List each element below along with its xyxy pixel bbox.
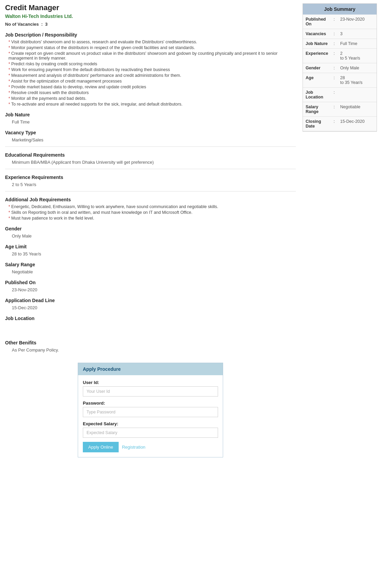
job-summary-box: Job Summary Published On:23-Nov-2020Vaca… — [303, 3, 377, 132]
user-id-group: User Id: — [83, 380, 218, 397]
list-item: Visit distributors' showroom and to asse… — [5, 40, 296, 44]
list-item: Resolve credit issues with the distribut… — [5, 90, 296, 95]
apply-procedure-body: User Id: Password: Expected Salary: Appl… — [78, 375, 223, 457]
summary-row-value: Only Male — [337, 63, 377, 73]
summary-row-colon: : — [331, 49, 337, 63]
gender-value: Only Male — [12, 233, 296, 239]
summary-row: Job Nature:Full Time — [303, 39, 377, 49]
apply-online-button[interactable]: Apply Online — [83, 442, 119, 452]
summary-row: Salary Range:Negotiable — [303, 102, 377, 117]
list-item: Monitor payment status of the distributo… — [5, 45, 296, 50]
summary-row: Age:28to 35 Year/s — [303, 73, 377, 88]
summary-row-label: Job Location — [303, 88, 331, 102]
summary-row: Job Location: — [303, 88, 377, 102]
summary-row-value: 2to 5 Year/s — [337, 49, 377, 63]
vacancy-type-title: Vacancy Type — [5, 130, 296, 135]
summary-row-label: Experience — [303, 49, 331, 63]
educational-req-value: Minimum BBA/MBA (Applicant from Dhaka Un… — [12, 160, 296, 165]
summary-row-colon: : — [331, 73, 337, 88]
main-content: Credit Manager Walton Hi-Tech Industries… — [5, 3, 296, 457]
password-label: Password: — [83, 401, 218, 406]
summary-row-label: Job Nature — [303, 39, 331, 49]
apply-procedure-box: Apply Procedure User Id: Password: Expec… — [78, 363, 223, 457]
summary-row-value: 3 — [337, 29, 377, 39]
list-item: Assist for the optimization of credit ma… — [5, 79, 296, 84]
published-on-value: 23-Nov-2020 — [12, 287, 296, 292]
list-item: Energetic, Dedicated, Enthusiasm, Willin… — [5, 204, 296, 209]
expected-salary-group: Expected Salary: — [83, 421, 218, 438]
salary-range-value: Negotiable — [12, 269, 296, 274]
summary-row: Published On:23-Nov-2020 — [303, 15, 377, 29]
vacancy-type-value: Marketing/Sales — [12, 137, 296, 142]
job-nature-title: Job Nature — [5, 112, 296, 117]
other-benefits-title: Other Benifits — [5, 340, 296, 345]
company-name: Walton Hi-Tech Industries Ltd. — [5, 14, 296, 19]
summary-row-colon: : — [331, 102, 337, 117]
summary-row-label: Published On — [303, 15, 331, 29]
list-item: Provide market based data to develop, re… — [5, 85, 296, 89]
job-description-title: Job Description / Responsibility — [5, 32, 296, 38]
job-location-title: Job Location — [5, 316, 296, 321]
summary-row-label: Age — [303, 73, 331, 88]
password-group: Password: — [83, 401, 218, 417]
experience-req-title: Experience Requirements — [5, 175, 296, 180]
salary-range-title: Salary Range — [5, 262, 296, 267]
summary-table: Published On:23-Nov-2020Vacancies:3Job N… — [303, 15, 377, 131]
job-title: Credit Manager — [5, 3, 296, 12]
summary-row-colon: : — [331, 117, 337, 131]
experience-req-value: 2 to 5 Year/s — [12, 182, 296, 187]
user-id-label: User Id: — [83, 380, 218, 385]
expected-salary-input[interactable] — [83, 428, 218, 438]
list-item: Create report on given credit amount vs … — [5, 51, 296, 61]
summary-row: Closing Date:15-Dec-2020 — [303, 117, 377, 131]
summary-row-value: 28to 35 Year/s — [337, 73, 377, 88]
job-location-value — [12, 323, 296, 328]
summary-row-value: 15-Dec-2020 — [337, 117, 377, 131]
vacancies-label: No of Vacancies — [5, 22, 39, 27]
additional-req-list: Energetic, Dedicated, Enthusiasm, Willin… — [5, 204, 296, 221]
summary-row-value: Full Time — [337, 39, 377, 49]
summary-row-value — [337, 88, 377, 102]
summary-row-value: 23-Nov-2020 — [337, 15, 377, 29]
list-item: Skills on Reporting both in oral and wri… — [5, 210, 296, 215]
gender-title: Gender — [5, 226, 296, 231]
list-item: Work for ensuring payment from the defau… — [5, 67, 296, 72]
list-item: Predict risks by creating credit scoring… — [5, 62, 296, 66]
list-item: Measurement and analysis of distributors… — [5, 73, 296, 78]
educational-req-title: Educational Requirements — [5, 152, 296, 158]
user-id-input[interactable] — [83, 386, 218, 397]
list-item: Monitor all the payments and bad debts. — [5, 96, 296, 101]
summary-row-label: Gender — [303, 63, 331, 73]
summary-row: Gender:Only Male — [303, 63, 377, 73]
job-description-list: Visit distributors' showroom and to asse… — [5, 40, 296, 107]
list-item: To re-activate and ensure all needed sup… — [5, 102, 296, 107]
summary-row-value: Negotiable — [337, 102, 377, 117]
summary-row-label: Vacancies — [303, 29, 331, 39]
additional-req-title: Additional Job Requirements — [5, 197, 296, 202]
list-item: Must have patience to work in the field … — [5, 216, 296, 221]
summary-row-colon: : — [331, 88, 337, 102]
application-deadline-title: Application Dead Line — [5, 298, 296, 303]
registration-link[interactable]: Registration — [122, 445, 145, 450]
age-limit-title: Age Limit — [5, 244, 296, 249]
summary-row-colon: : — [331, 15, 337, 29]
sidebar: Job Summary Published On:23-Nov-2020Vaca… — [303, 3, 377, 457]
summary-row: Vacancies:3 — [303, 29, 377, 39]
summary-row-colon: : — [331, 29, 337, 39]
apply-procedure-header: Apply Procedure — [78, 363, 223, 375]
summary-row-colon: : — [331, 39, 337, 49]
published-on-title: Published On — [5, 280, 296, 285]
summary-row: Experience:2to 5 Year/s — [303, 49, 377, 63]
summary-row-label: Closing Date — [303, 117, 331, 131]
job-location-empty — [12, 330, 296, 335]
other-benefits-value: As Per Company Policy. — [12, 347, 296, 353]
expected-salary-label: Expected Salary: — [83, 421, 218, 426]
apply-actions: Apply Online Registration — [83, 442, 218, 452]
job-summary-title: Job Summary — [303, 4, 377, 15]
vacancies-line: No of Vacancies : 3 — [5, 22, 296, 27]
application-deadline-value: 15-Dec-2020 — [12, 305, 296, 310]
password-input[interactable] — [83, 407, 218, 417]
summary-row-label: Salary Range — [303, 102, 331, 117]
vacancies-value: 3 — [45, 22, 48, 27]
age-limit-value: 28 to 35 Year/s — [12, 251, 296, 256]
